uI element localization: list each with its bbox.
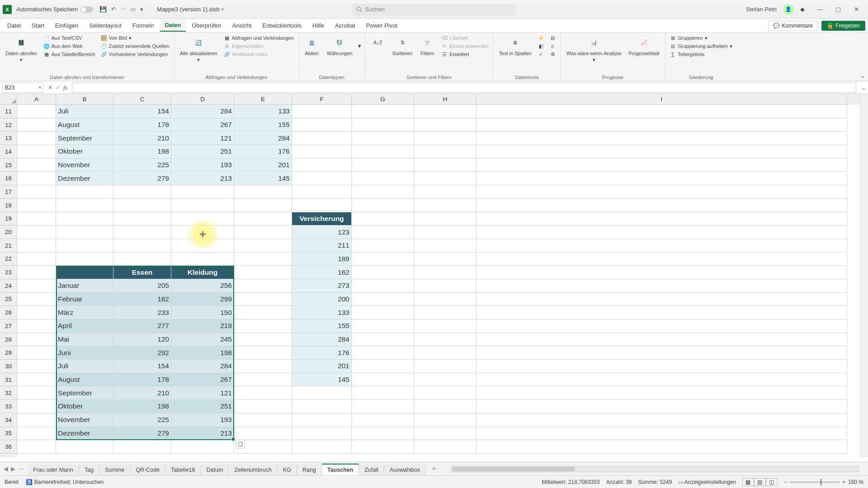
cell[interactable] [292, 172, 352, 185]
cell[interactable] [234, 199, 292, 212]
zuletzt-quellen-button[interactable]: 🕘Zuletzt verwendete Quellen [100, 42, 170, 50]
cell[interactable] [113, 212, 171, 226]
tool3[interactable]: ✓ [537, 51, 545, 58]
cell[interactable]: 267 [171, 118, 234, 132]
cell[interactable] [414, 159, 476, 172]
cell[interactable]: 201 [234, 159, 292, 172]
vertical-scrollbar[interactable] [860, 94, 868, 457]
cell[interactable] [56, 185, 113, 199]
cell[interactable] [292, 440, 352, 454]
cell[interactable] [352, 145, 414, 159]
cell[interactable]: Mai [56, 333, 113, 347]
row-header-28[interactable]: 28 [0, 333, 17, 347]
cell[interactable] [234, 279, 292, 293]
cell[interactable]: 121 [171, 386, 234, 400]
cell[interactable]: 284 [234, 131, 292, 145]
cell[interactable]: 292 [113, 346, 171, 360]
aus-dem-web-button[interactable]: 🌐Aus dem Web [42, 42, 96, 50]
cell[interactable] [414, 239, 476, 253]
cell[interactable]: 120 [113, 333, 171, 347]
cell[interactable]: August [56, 118, 113, 132]
cell[interactable] [414, 253, 476, 266]
col-header-I[interactable]: I [476, 94, 847, 105]
cell[interactable] [234, 212, 292, 226]
cell[interactable] [17, 279, 56, 293]
share-button[interactable]: 🔓 Freigeben [821, 21, 865, 31]
cell[interactable] [292, 400, 352, 413]
sheet-tab[interactable]: Rang [297, 465, 322, 475]
cell[interactable] [17, 266, 56, 279]
horizontal-scrollbar[interactable] [451, 466, 859, 472]
row-header-16[interactable]: 16 [0, 172, 17, 185]
cell[interactable] [476, 319, 847, 333]
cell[interactable]: März [56, 306, 113, 319]
row-header-13[interactable]: 13 [0, 131, 17, 145]
cell[interactable] [17, 413, 56, 427]
user-name[interactable]: Stefan Petri [746, 6, 777, 13]
cell[interactable]: September [56, 131, 113, 145]
cell[interactable] [17, 159, 56, 172]
cell[interactable] [476, 400, 847, 413]
cell[interactable] [17, 239, 56, 253]
cell[interactable]: 154 [113, 105, 171, 118]
sheet-next-icon[interactable]: ▶ [11, 465, 15, 472]
cell[interactable] [414, 360, 476, 373]
cell[interactable] [17, 427, 56, 441]
col-header-B[interactable]: B [56, 94, 113, 105]
cell[interactable] [352, 400, 414, 413]
autosave-toggle[interactable]: Automatisches Speichern [16, 6, 93, 13]
tool1[interactable]: ⚡ [537, 34, 545, 42]
tab-hilfe[interactable]: Hilfe [308, 20, 329, 31]
name-box-dropdown-icon[interactable]: ▾ [39, 85, 41, 90]
cell[interactable] [292, 105, 352, 118]
cell[interactable] [234, 319, 292, 333]
cell[interactable]: Oktober [56, 400, 113, 413]
cell[interactable] [476, 333, 847, 347]
cell[interactable] [352, 319, 414, 333]
cell[interactable]: 256 [171, 279, 234, 293]
cell[interactable] [476, 253, 847, 266]
cell[interactable]: Dezember [56, 427, 113, 441]
cell[interactable] [292, 185, 352, 199]
abfragen-verb-button[interactable]: ▦Abfragen und Verbindungen [223, 34, 295, 42]
cell[interactable] [414, 212, 476, 226]
qat-dropdown-icon[interactable]: ▾ [140, 6, 143, 13]
cells-area[interactable]: Juli154284133August178267155September210… [17, 105, 860, 457]
col-header-E[interactable]: E [234, 94, 292, 105]
tab-seitenlayout[interactable]: Seitenlayout [85, 20, 126, 31]
cell[interactable]: Juli [56, 360, 113, 373]
cell[interactable] [414, 279, 476, 293]
cell[interactable]: 198 [113, 145, 171, 159]
cell[interactable] [56, 266, 113, 279]
col-header-C[interactable]: C [113, 94, 171, 105]
filtern-button[interactable]: ▽Filtern [418, 34, 437, 58]
daten-abrufen-button[interactable]: 🗄️ Daten abrufen▾ [4, 34, 39, 64]
cell[interactable] [476, 440, 847, 454]
row-header-24[interactable]: 24 [0, 279, 17, 293]
col-header-H[interactable]: H [414, 94, 476, 105]
cell[interactable]: 245 [171, 333, 234, 347]
cell[interactable]: 225 [113, 159, 171, 172]
toggle-switch[interactable] [80, 6, 93, 13]
cell[interactable] [352, 225, 414, 239]
cell[interactable] [414, 306, 476, 319]
zoom-out-icon[interactable]: − [784, 479, 787, 485]
view-page[interactable]: ▤ [754, 478, 766, 486]
row-header-14[interactable]: 14 [0, 145, 17, 159]
search-box[interactable]: Suchen [353, 4, 515, 15]
row-header-31[interactable]: 31 [0, 373, 17, 387]
row-header-32[interactable]: 32 [0, 386, 17, 400]
col-header-D[interactable]: D [171, 94, 234, 105]
cell[interactable] [476, 118, 847, 132]
cell[interactable] [292, 118, 352, 132]
cell[interactable]: August [56, 373, 113, 387]
save-icon[interactable]: 💾 [99, 6, 107, 13]
row-header-15[interactable]: 15 [0, 159, 17, 172]
cell[interactable] [56, 225, 113, 239]
cell[interactable]: 267 [171, 373, 234, 387]
tool4[interactable]: ⊟ [549, 34, 557, 42]
view-break[interactable]: ◫ [766, 478, 778, 486]
erweitert-button[interactable]: ☰Erweitert [440, 51, 489, 58]
cell[interactable] [234, 185, 292, 199]
cell[interactable] [414, 266, 476, 279]
